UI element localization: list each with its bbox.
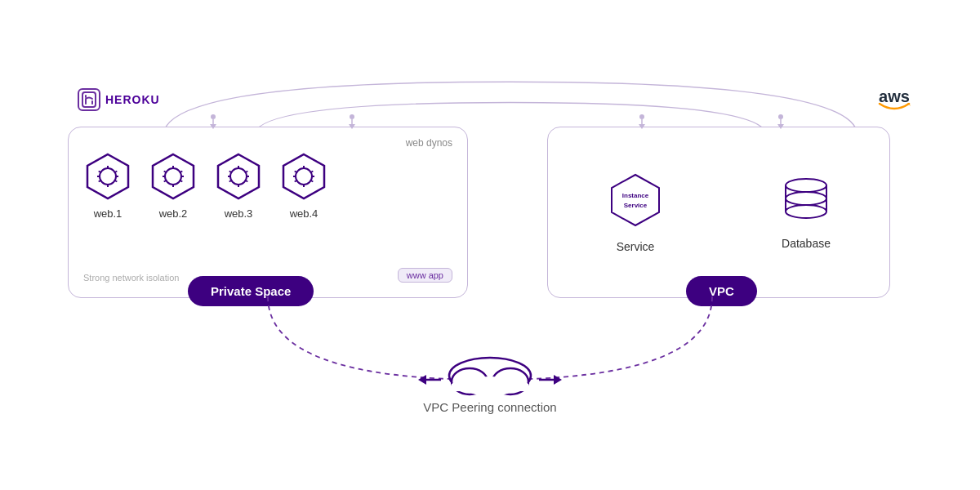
svg-marker-18 <box>153 154 194 198</box>
svg-point-2 <box>211 114 216 119</box>
vpc-peering-text: VPC Peering connection <box>423 400 556 414</box>
svg-marker-7 <box>349 124 355 129</box>
svg-marker-48 <box>612 175 659 225</box>
hexagon-icon-web3 <box>214 152 263 201</box>
database-label: Database <box>782 237 831 250</box>
svg-point-49 <box>786 179 826 192</box>
svg-line-13 <box>115 180 118 182</box>
svg-line-45 <box>311 172 314 173</box>
svg-line-35 <box>246 172 248 173</box>
vpc-down-arrow-left <box>636 113 648 129</box>
dyno-web3-label: web.3 <box>225 207 253 220</box>
svg-point-50 <box>786 192 826 205</box>
svg-point-57 <box>778 114 783 119</box>
svg-line-15 <box>115 172 118 173</box>
svg-line-34 <box>229 180 232 182</box>
svg-point-9 <box>100 168 116 185</box>
svg-line-32 <box>229 172 232 173</box>
vpc-peering-label: VPC Peering connection <box>0 400 980 415</box>
database-icon <box>782 176 831 229</box>
svg-point-39 <box>296 168 312 185</box>
svg-marker-67 <box>418 375 426 385</box>
dyno-web1-label: web.1 <box>94 207 122 220</box>
dynos-container: web.1 web.2 <box>83 152 328 220</box>
bottom-connection-svg <box>49 282 931 412</box>
private-space-box: web dynos web.1 <box>68 127 468 298</box>
svg-line-12 <box>99 172 101 173</box>
svg-line-43 <box>311 180 314 182</box>
svg-point-5 <box>350 114 354 119</box>
heroku-brand-name: HEROKU <box>105 93 160 106</box>
hexagon-icon-web4 <box>279 152 328 201</box>
svg-line-44 <box>295 180 297 182</box>
svg-rect-65 <box>452 383 528 391</box>
web-dynos-label: web dynos <box>406 137 452 149</box>
svg-marker-38 <box>283 154 324 198</box>
svg-line-22 <box>164 172 167 173</box>
dyno-web1: web.1 <box>83 152 132 220</box>
dyno-web2: web.2 <box>149 152 198 220</box>
svg-line-42 <box>295 172 297 173</box>
svg-marker-59 <box>777 124 784 129</box>
www-app-badge: www app <box>398 268 452 283</box>
svg-marker-56 <box>639 124 645 129</box>
aws-smile-icon <box>878 102 911 114</box>
instance-service-item: Instance Service Service <box>607 172 664 253</box>
svg-point-54 <box>639 114 644 119</box>
svg-point-51 <box>786 205 826 218</box>
hexagon-icon-web1 <box>83 152 132 201</box>
svg-line-23 <box>180 180 183 182</box>
svg-line-14 <box>99 180 101 182</box>
hexagon-icon-web2 <box>149 152 198 201</box>
svg-marker-8 <box>87 154 128 198</box>
aws-logo: aws <box>878 88 911 114</box>
svg-rect-0 <box>82 92 96 107</box>
service-inner-label: Service <box>624 202 648 209</box>
heroku-icon <box>78 88 100 111</box>
dyno-web3: web.3 <box>214 152 263 220</box>
svg-line-25 <box>180 172 183 173</box>
svg-marker-69 <box>554 375 562 385</box>
down-arrow-left <box>207 113 219 129</box>
down-arrow-right <box>346 113 358 129</box>
svg-point-19 <box>165 168 181 185</box>
vpc-box: Instance Service Service Database <box>547 127 890 298</box>
vpc-down-arrow-right <box>775 113 786 129</box>
svg-point-29 <box>230 168 247 185</box>
svg-marker-4 <box>210 124 216 129</box>
instance-hexagon-icon: Instance Service <box>607 172 664 229</box>
svg-line-33 <box>246 180 248 182</box>
dyno-web4-label: web.4 <box>290 207 318 220</box>
instance-inner-label: Instance <box>622 192 649 199</box>
svg-marker-28 <box>218 154 259 198</box>
instance-service-label: Service <box>617 240 655 253</box>
dyno-web4: web.4 <box>279 152 328 220</box>
svg-line-24 <box>164 180 167 182</box>
dyno-web2-label: web.2 <box>159 207 188 220</box>
database-item: Database <box>782 176 831 250</box>
heroku-logo: HEROKU <box>78 88 160 111</box>
